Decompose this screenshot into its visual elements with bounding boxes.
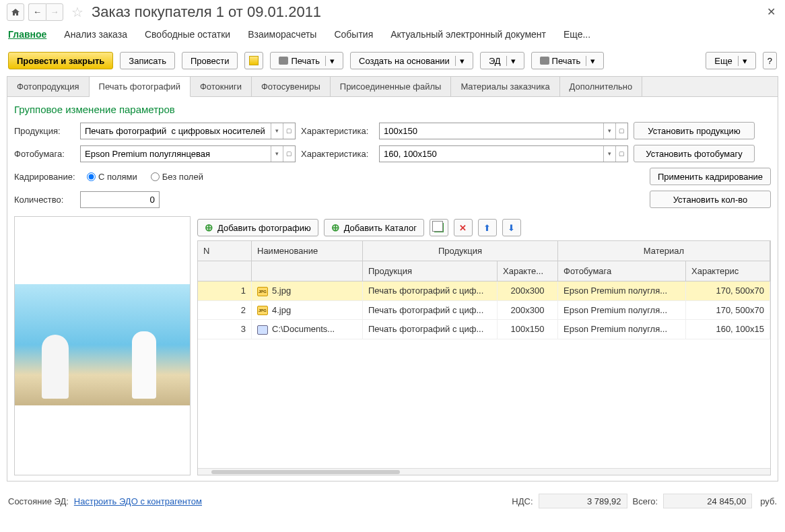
attachment-button[interactable] — [244, 52, 263, 69]
delete-row-button[interactable]: ✕ — [454, 219, 473, 236]
open-icon[interactable]: ▢ — [615, 146, 627, 162]
cell-char: 100х150 — [498, 320, 558, 339]
char-label-1: Характеристика: — [301, 126, 374, 136]
product-combo[interactable]: ▾ ▢ — [80, 123, 296, 139]
post-button[interactable]: Провести — [182, 52, 238, 69]
arrow-left-icon: ← — [33, 7, 42, 17]
print-icon — [540, 57, 549, 65]
tab-souvenirs[interactable]: Фотосувениры — [252, 77, 331, 96]
col-char[interactable]: Характе... — [498, 261, 558, 281]
product-input[interactable] — [81, 123, 271, 139]
col-product-group[interactable]: Продукция — [363, 241, 558, 261]
post-and-close-button[interactable]: Провести и закрыть — [8, 52, 113, 69]
col-paper-char[interactable]: Характерис — [686, 261, 770, 281]
home-button[interactable] — [7, 3, 24, 21]
col-paper[interactable]: Фотобумага — [558, 261, 686, 281]
add-photo-button[interactable]: ⊕Добавить фотографию — [197, 219, 318, 236]
open-icon[interactable]: ▢ — [283, 123, 295, 139]
favorite-star-icon[interactable]: ☆ — [71, 4, 83, 20]
paper-combo[interactable]: ▾ ▢ — [80, 145, 296, 162]
ed-state-label: Состояние ЭД: — [8, 496, 69, 506]
nav-settlements[interactable]: Взаиморасчеты — [248, 29, 316, 40]
arrow-down-icon: ⬇ — [508, 223, 515, 233]
add-folder-button[interactable]: ⊕Добавить Каталог — [324, 219, 424, 236]
char-product-combo[interactable]: ▾ ▢ — [379, 123, 628, 139]
cell-paper: Epson Premium полугля... — [558, 281, 686, 300]
radio-with-margins[interactable]: С полями — [87, 172, 137, 182]
print-icon — [279, 57, 288, 65]
configure-edo-link[interactable]: Настроить ЭДО с контрагентом — [74, 496, 202, 506]
set-paper-button[interactable]: Установить фотобумагу — [634, 145, 755, 162]
open-icon[interactable]: ▢ — [615, 123, 627, 139]
col-name[interactable]: Наименование — [252, 241, 363, 261]
apply-framing-button[interactable]: Применить кадрирование — [650, 168, 771, 185]
back-button[interactable]: ← — [28, 3, 46, 21]
table-row[interactable]: 3 C:\Documents... Печать фотографий с ци… — [198, 320, 770, 339]
plus-icon: ⊕ — [331, 222, 340, 234]
tab-photo-print[interactable]: Печать фотографий — [90, 77, 191, 97]
open-icon[interactable]: ▢ — [283, 146, 295, 162]
help-button[interactable]: ? — [763, 52, 777, 69]
col-product[interactable]: Продукция — [363, 261, 498, 281]
arrow-up-icon: ⬆ — [483, 223, 491, 233]
delete-icon: ✕ — [459, 223, 467, 233]
char-paper-combo[interactable]: ▾ ▢ — [379, 145, 628, 162]
move-up-button[interactable]: ⬆ — [478, 219, 497, 236]
nav-events[interactable]: События — [334, 29, 373, 40]
set-product-button[interactable]: Установить продукцию — [634, 122, 755, 139]
tab-photobooks[interactable]: Фотокниги — [191, 77, 252, 96]
nav-stock[interactable]: Свободные остатки — [145, 29, 230, 40]
more-label: Еще — [714, 56, 732, 66]
chevron-down-icon[interactable]: ▾ — [603, 146, 615, 162]
chevron-down-icon[interactable]: ▾ — [271, 146, 283, 162]
char-product-input[interactable] — [380, 123, 603, 139]
cell-n: 2 — [198, 301, 252, 320]
char-label-2: Характеристика: — [301, 149, 374, 159]
cell-paper-char: 170, 500х70 — [686, 281, 770, 300]
print-label: Печать — [291, 56, 320, 66]
print-dropdown[interactable]: Печать▾ — [270, 52, 343, 69]
close-button[interactable]: ✕ — [764, 3, 778, 21]
move-down-button[interactable]: ⬇ — [502, 219, 521, 236]
qty-input[interactable] — [80, 191, 160, 208]
col-n[interactable]: N — [198, 241, 252, 261]
nav-analysis[interactable]: Анализ заказа — [64, 29, 127, 40]
forward-button[interactable]: → — [46, 3, 63, 21]
horizontal-scrollbar[interactable] — [198, 468, 770, 475]
figure-icon — [42, 335, 69, 399]
more-dropdown[interactable]: Еще▾ — [706, 52, 755, 69]
char-paper-input[interactable] — [380, 146, 603, 162]
radio-no-margins[interactable]: Без полей — [151, 172, 203, 182]
write-button[interactable]: Записать — [120, 52, 175, 69]
total-value: 24 845,00 — [663, 494, 752, 508]
ed-dropdown[interactable]: ЭД▾ — [480, 52, 524, 69]
copy-row-button[interactable] — [430, 219, 448, 236]
chevron-down-icon: ▾ — [738, 56, 747, 66]
vat-value: 3 789,92 — [539, 494, 627, 508]
create-based-dropdown[interactable]: Создать на основании▾ — [350, 52, 473, 69]
product-label: Продукция: — [14, 126, 75, 136]
paper-input[interactable] — [81, 146, 271, 162]
chevron-down-icon[interactable]: ▾ — [271, 123, 283, 139]
add-folder-label: Добавить Каталог — [344, 223, 417, 233]
nav-more[interactable]: Еще... — [564, 29, 590, 40]
tab-customer-materials[interactable]: Материалы заказчика — [451, 77, 559, 96]
set-qty-button[interactable]: Установить кол-во — [650, 191, 771, 208]
tab-photoproduction[interactable]: Фотопродукция — [7, 77, 90, 96]
col-material-group[interactable]: Материал — [558, 241, 770, 261]
tab-attached[interactable]: Присоединенные файлы — [331, 77, 452, 96]
cell-char: 200х300 — [498, 281, 558, 300]
chevron-down-icon: ▾ — [325, 56, 335, 66]
home-icon — [11, 7, 20, 17]
add-photo-label: Добавить фотографию — [217, 223, 311, 233]
table-row[interactable]: 2 4.jpg Печать фотографий с циф... 200х3… — [198, 301, 770, 321]
nav-edoc[interactable]: Актуальный электронный документ — [390, 29, 546, 40]
tab-additional[interactable]: Дополнительно — [560, 77, 643, 96]
table-row[interactable]: 1 5.jpg Печать фотографий с циф... 200х3… — [198, 281, 770, 301]
chevron-down-icon[interactable]: ▾ — [603, 123, 615, 139]
print2-dropdown[interactable]: Печать▾ — [531, 52, 605, 69]
scroll-thumb[interactable] — [211, 470, 400, 474]
chevron-down-icon: ▾ — [586, 56, 595, 66]
create-based-label: Создать на основании — [359, 56, 450, 66]
nav-main[interactable]: Главное — [8, 29, 46, 40]
